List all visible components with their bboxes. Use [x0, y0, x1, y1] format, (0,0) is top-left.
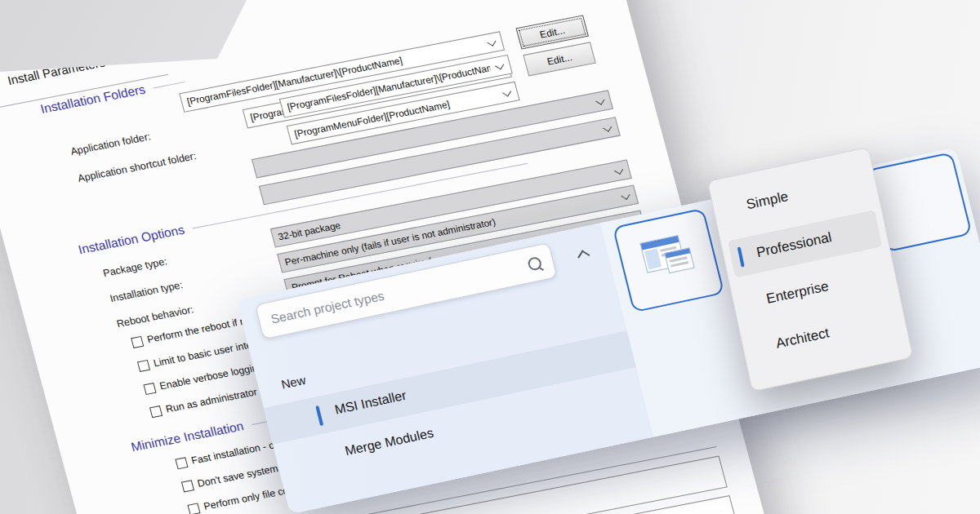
dropdown-item-architect[interactable]: Architect	[774, 325, 831, 352]
application-folder-label: Application folder:	[69, 131, 152, 157]
run-as-admin-checkbox[interactable]	[149, 405, 163, 418]
list-item-merge-modules[interactable]: Merge Modules	[344, 426, 435, 459]
dropdown-item-simple[interactable]: Simple	[745, 188, 790, 213]
chevron-down-icon	[502, 87, 511, 96]
group-label-new: New	[280, 373, 307, 392]
no-restore-point-checkbox[interactable]	[181, 480, 194, 492]
template-tile-selected[interactable]	[612, 208, 725, 313]
page-background: Install Parameters [ProgramFilesFolder][…	[0, 0, 980, 514]
limit-basic-ui-checkbox[interactable]	[137, 359, 150, 371]
chevron-down-icon	[595, 95, 604, 104]
chevron-down-icon	[487, 37, 496, 46]
chevron-up-icon[interactable]	[577, 250, 590, 262]
file-costing-checkbox[interactable]	[187, 503, 200, 514]
chevron-down-icon	[614, 166, 623, 175]
package-type-label: Package type:	[102, 255, 168, 279]
chevron-down-icon	[621, 191, 630, 200]
verbose-logging-checkbox[interactable]	[143, 383, 156, 395]
edit-button-2[interactable]: Edit...	[523, 42, 595, 76]
fast-installation-checkbox[interactable]	[175, 457, 188, 469]
shortcut-folder-label: Application shortcut folder:	[77, 150, 198, 184]
installation-type-label: Installation type:	[109, 279, 184, 304]
selected-row-highlight	[264, 330, 636, 444]
chevron-down-icon	[495, 60, 504, 69]
installer-windows-icon	[639, 233, 694, 278]
dropdown-item-enterprise[interactable]: Enterprise	[765, 278, 831, 308]
perform-reboot-checkbox[interactable]	[131, 335, 144, 348]
reboot-behavior-label: Reboot behavior:	[115, 304, 194, 330]
chevron-down-icon	[603, 122, 612, 131]
